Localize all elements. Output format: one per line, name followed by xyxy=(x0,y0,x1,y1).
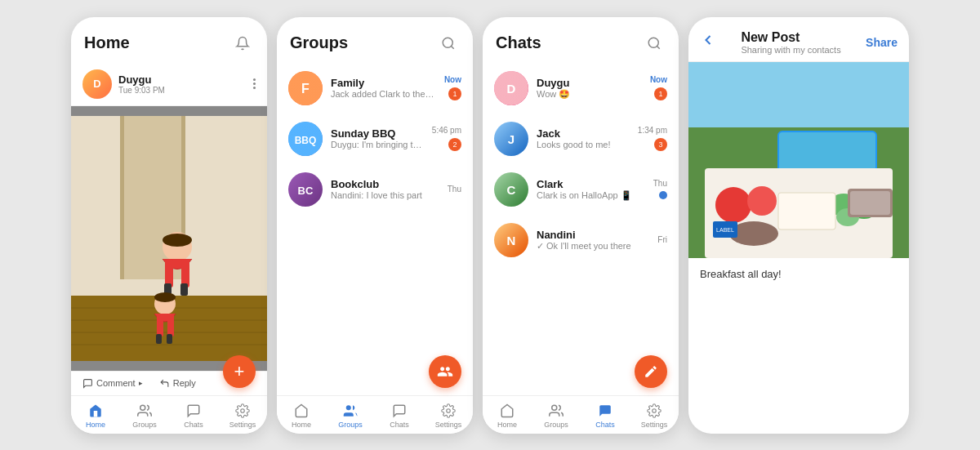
newpost-screen: New Post Sharing with my contacts Share xyxy=(688,17,909,434)
group-family-name: Family xyxy=(331,77,436,89)
group-family-avatar: F xyxy=(288,71,323,105)
newpost-title: New Post xyxy=(741,30,840,45)
new-group-fab[interactable] xyxy=(429,355,461,388)
chat-item-nandini[interactable]: N Nandini ✓ Ok I'll meet you there Fri xyxy=(483,215,679,265)
nav-chats-label-3: Chats xyxy=(595,421,615,429)
nav-chats-2[interactable]: Chats xyxy=(375,401,424,430)
svg-point-41 xyxy=(653,408,657,412)
nav-home-2[interactable]: Home xyxy=(277,401,326,430)
nav-chats[interactable]: Chats xyxy=(169,401,218,430)
chat-nandini-preview: ✓ Ok I'll meet you there xyxy=(537,241,649,252)
nav-groups-label-3: Groups xyxy=(544,421,568,429)
group-item-bbq[interactable]: BBQ Sunday BBQ Duygu: I'm bringing these… xyxy=(277,114,473,164)
groups-screen: Groups F Family Jack added Clark to the … xyxy=(277,17,473,434)
groups-icon xyxy=(136,403,153,419)
svg-rect-11 xyxy=(165,259,173,287)
home-user-name: Duygu xyxy=(118,74,165,86)
chat-item-clark[interactable]: C Clark Clark is on HalloApp 📱 Thu xyxy=(483,164,679,215)
svg-text:D: D xyxy=(507,82,516,96)
post-caption: Breakfast all day! xyxy=(688,258,909,290)
nav-home-3[interactable]: Home xyxy=(483,401,532,430)
nav-settings[interactable]: Settings xyxy=(218,401,267,430)
share-button[interactable]: Share xyxy=(866,36,898,49)
home-icon-3 xyxy=(499,403,515,419)
group-item-family[interactable]: F Family Jack added Clark to the group N… xyxy=(277,63,473,114)
svg-point-21 xyxy=(154,292,176,302)
chat-jack-time: 1:34 pm xyxy=(638,126,667,135)
chats-header: Chats xyxy=(483,17,679,63)
home-user-avatar: D xyxy=(82,69,112,99)
nav-settings-label: Settings xyxy=(229,421,256,429)
svg-text:LABEL: LABEL xyxy=(716,227,734,233)
chat-clark-preview: Clark is on HalloApp 📱 xyxy=(537,190,645,201)
home-user-info: D Duygu Tue 9:03 PM xyxy=(82,69,165,99)
group-bookclub-name: Bookclub xyxy=(331,178,439,190)
group-bookclub-time: Thu xyxy=(448,185,461,194)
newpost-subtitle: Sharing with my contacts xyxy=(741,45,840,55)
chat-duygu-meta: Now 1 xyxy=(650,75,667,100)
nav-groups-2[interactable]: Groups xyxy=(326,401,375,430)
home-user-row[interactable]: D Duygu Tue 9:03 PM xyxy=(71,63,267,106)
groups-icon-3 xyxy=(548,403,564,419)
group-bbq-content: Sunday BBQ Duygu: I'm bringing these! xyxy=(331,127,424,149)
chats-icon-2 xyxy=(391,403,408,419)
comment-button[interactable]: Comment ▸ xyxy=(82,378,143,389)
group-item-bookclub[interactable]: BC Bookclub Nandini: I love this part Th… xyxy=(277,164,473,215)
svg-rect-52 xyxy=(778,193,835,229)
groups-header: Groups xyxy=(277,17,473,63)
nav-groups-label: Groups xyxy=(132,421,157,429)
home-icon xyxy=(87,403,104,419)
chat-item-jack[interactable]: J Jack Looks good to me! 1:34 pm 3 xyxy=(483,114,679,164)
svg-text:N: N xyxy=(507,234,516,247)
chat-item-duygu[interactable]: D Duygu Wow 🤩 Now 1 xyxy=(483,63,679,114)
group-bookclub-meta: Thu xyxy=(448,185,461,194)
svg-text:BBQ: BBQ xyxy=(295,135,317,146)
groups-search-icon[interactable] xyxy=(437,32,460,55)
svg-point-33 xyxy=(648,38,658,47)
chat-nandini-meta: Fri xyxy=(657,235,667,244)
svg-rect-19 xyxy=(167,334,172,344)
nav-home-label-3: Home xyxy=(497,421,517,429)
create-post-fab[interactable]: + xyxy=(223,355,256,388)
group-family-preview: Jack added Clark to the group xyxy=(331,89,436,99)
settings-icon xyxy=(234,403,251,419)
svg-text:BC: BC xyxy=(298,185,314,197)
svg-point-24 xyxy=(443,38,452,47)
nav-home[interactable]: Home xyxy=(71,401,120,430)
nav-groups[interactable]: Groups xyxy=(120,401,169,430)
chat-duygu-badge: 1 xyxy=(654,87,667,100)
reply-button[interactable]: Reply xyxy=(159,378,196,389)
groups-title: Groups xyxy=(290,33,348,52)
chats-screen: Chats D Duygu Wow 🤩 Now 1 J xyxy=(483,17,679,434)
nav-settings-label-2: Settings xyxy=(435,421,462,429)
breakfast-photo: LABEL xyxy=(688,62,909,258)
nav-settings-3[interactable]: Settings xyxy=(630,401,679,430)
chats-search-icon[interactable] xyxy=(643,32,666,55)
chat-nandini-name: Nandini xyxy=(537,229,649,241)
svg-point-40 xyxy=(552,405,557,410)
home-screen: Home D Duygu Tue 9:03 PM xyxy=(71,17,267,434)
nav-chats-label-2: Chats xyxy=(390,421,409,429)
more-options-icon[interactable] xyxy=(253,78,256,89)
newpost-title-group: New Post Sharing with my contacts xyxy=(741,30,840,55)
chat-clark-meta: Thu xyxy=(653,179,667,199)
svg-rect-55 xyxy=(850,191,890,215)
chat-jack-name: Jack xyxy=(537,127,630,140)
chat-clark-dot xyxy=(659,191,667,199)
nav-groups-3[interactable]: Groups xyxy=(532,401,581,430)
home-icon-2 xyxy=(293,403,310,419)
notification-icon[interactable] xyxy=(231,32,254,55)
chat-jack-meta: 1:34 pm 3 xyxy=(638,126,667,151)
group-bookclub-avatar: BC xyxy=(288,172,323,207)
nav-chats-3[interactable]: Chats xyxy=(581,401,630,430)
back-button[interactable] xyxy=(700,32,716,52)
new-chat-fab[interactable] xyxy=(635,355,667,388)
chats-icon xyxy=(185,403,202,419)
chat-jack-preview: Looks good to me! xyxy=(537,140,630,149)
svg-point-48 xyxy=(747,186,777,216)
home-title: Home xyxy=(84,33,130,52)
svg-point-23 xyxy=(241,408,245,412)
group-family-meta: Now 1 xyxy=(444,75,461,100)
nav-settings-2[interactable]: Settings xyxy=(424,401,473,430)
chat-nandini-avatar: N xyxy=(494,223,528,257)
